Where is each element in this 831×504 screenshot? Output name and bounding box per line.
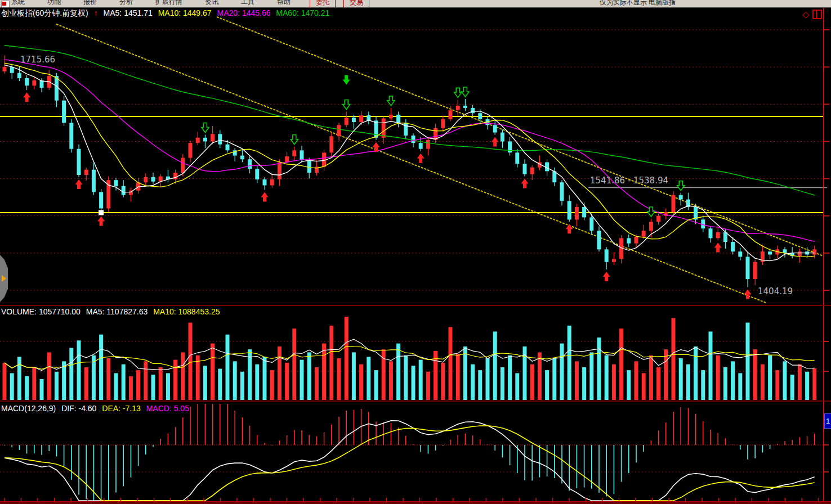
menu-item-2[interactable]: 报价 (72, 0, 108, 7)
menubar: 系统功能报价分析扩展行情资讯工具帮助委托交易 仅为实际不显示 电脑版指 (0, 0, 831, 8)
menubar-right-text: 仅为实际不显示 电脑版指 (600, 0, 676, 7)
expand-arrow-icon (2, 275, 6, 282)
menu-item-9[interactable]: 交易 (343, 0, 369, 8)
app-logo-icon (1, 1, 10, 8)
chart-canvas[interactable]: 1715.661404.191541.86 - 1538.94 (0, 8, 831, 504)
volume-pane-header: VOLUME: 1057710.00 MA5: 1107827.63 MA10:… (1, 307, 223, 316)
macd-value: MACD: 5.05 (146, 404, 189, 413)
macd-pane-header: MACD(12,26,9) DIF: -4.60 DEA: -7.13 MACD… (1, 404, 193, 413)
menu-item-1[interactable]: 功能 (36, 0, 72, 7)
pane-separator[interactable] (0, 400, 831, 402)
svg-text:1715.66: 1715.66 (20, 55, 55, 65)
menu-item-4[interactable]: 扩展行情 (144, 0, 194, 7)
menu-item-8[interactable]: 委托 (310, 0, 336, 8)
volume-value: VOLUME: 1057710.00 (1, 307, 81, 316)
time-axis (0, 501, 831, 504)
dea-value: DEA: -7.13 (102, 404, 140, 413)
menu-item-5[interactable]: 资讯 (194, 0, 230, 7)
svg-text:1541.86 - 1538.94: 1541.86 - 1538.94 (590, 176, 668, 186)
dif-value: DIF: -4.60 (61, 404, 96, 413)
menu-item-3[interactable]: 分析 (108, 0, 144, 7)
pane-separator[interactable] (0, 305, 831, 306)
volume-ma5-value: MA5: 1107827.63 (86, 307, 148, 316)
volume-ma10-value: MA10: 1088453.25 (153, 307, 220, 316)
page-indicator-badge[interactable]: 1 (824, 413, 831, 429)
menu-row: 系统功能报价分析扩展行情资讯工具帮助委托交易 (0, 0, 831, 8)
menu-item-6[interactable]: 工具 (230, 0, 266, 7)
menu-item-7[interactable]: 帮助 (266, 0, 302, 7)
svg-text:1404.19: 1404.19 (758, 286, 793, 296)
trading-app-window: 系统功能报价分析扩展行情资讯工具帮助委托交易 仅为实际不显示 电脑版指 创业板指… (0, 0, 831, 504)
macd-params: MACD(12,26,9) (1, 404, 56, 413)
